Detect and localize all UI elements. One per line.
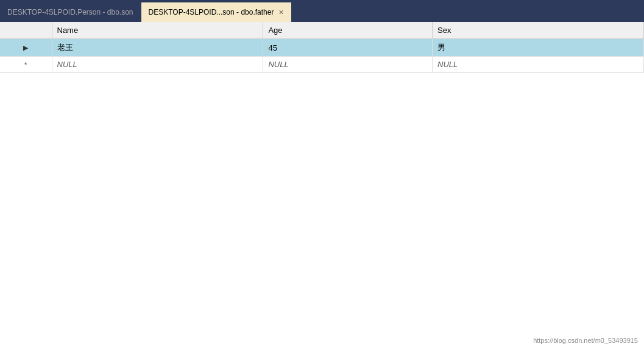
tab-father-close-button[interactable]: ✕ xyxy=(278,9,284,16)
tab-father[interactable]: DESKTOP-4SLPOID...son - dbo.father✕ xyxy=(141,2,292,22)
column-header-name: Name xyxy=(52,22,263,39)
grid-container: NameAgeSex ▶老王45男*NULLNULLNULL xyxy=(0,22,644,73)
name-cell-1[interactable]: NULL xyxy=(52,57,263,73)
table-row[interactable]: *NULLNULLNULL xyxy=(0,57,644,73)
age-cell-0[interactable]: 45 xyxy=(263,39,433,57)
content-area: NameAgeSex ▶老王45男*NULLNULLNULL xyxy=(0,22,644,349)
column-header-sex: Sex xyxy=(433,22,644,39)
sex-cell-0[interactable]: 男 xyxy=(433,39,644,57)
column-header-row-indicator xyxy=(0,22,52,39)
data-grid: NameAgeSex ▶老王45男*NULLNULLNULL xyxy=(0,22,644,73)
row-indicator-1: * xyxy=(0,57,52,73)
tab-person-label: DESKTOP-4SLPOID.Person - dbo.son xyxy=(7,8,133,16)
name-cell-0[interactable]: 老王 xyxy=(52,39,263,57)
row-indicator-0: ▶ xyxy=(0,39,52,57)
watermark: https://blog.csdn.net/m0_53493915 xyxy=(533,337,638,344)
sex-cell-1[interactable]: NULL xyxy=(433,57,644,73)
tab-bar: DESKTOP-4SLPOID.Person - dbo.sonDESKTOP-… xyxy=(0,0,644,22)
tab-father-label: DESKTOP-4SLPOID...son - dbo.father xyxy=(149,8,274,16)
age-cell-1[interactable]: NULL xyxy=(263,57,433,73)
tab-person[interactable]: DESKTOP-4SLPOID.Person - dbo.son xyxy=(0,2,141,22)
column-header-age: Age xyxy=(263,22,433,39)
table-row[interactable]: ▶老王45男 xyxy=(0,39,644,57)
